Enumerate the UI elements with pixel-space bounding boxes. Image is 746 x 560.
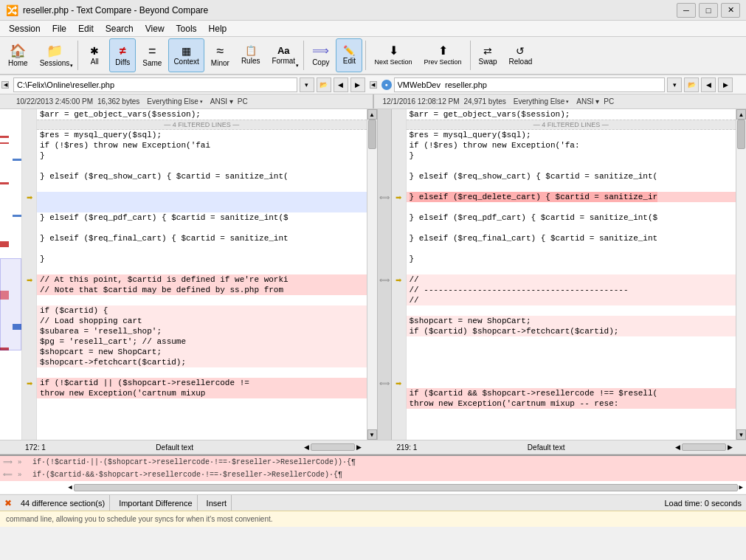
toolbar-separator-4 — [470, 41, 471, 70]
code-line-diff — [37, 192, 367, 202]
info-divider — [373, 94, 374, 108]
code-line — [37, 223, 367, 233]
right-section-dropdown[interactable]: Everything Else ▾ — [511, 96, 572, 107]
copy-button[interactable]: ⟹ Copy — [307, 38, 334, 72]
next-section-button[interactable]: ⬇ Next Section — [369, 38, 417, 72]
code-line-diff-pink: $shopcart->fetchcart($cartid); — [37, 357, 367, 367]
code-line-diff — [37, 202, 367, 212]
toolbar-separator-2 — [303, 41, 304, 70]
code-line-diff-pink: // — [407, 295, 736, 305]
code-line — [37, 367, 367, 378]
importance-label: Important Difference — [114, 495, 197, 511]
menu-bar: Session File Edit Search View Tools Help — [0, 21, 746, 37]
left-file-bar: ▾ 📂 ◀ ▶ — [10, 77, 368, 92]
code-line-diff-pink: if ($cartid) { — [37, 305, 367, 316]
edit-button[interactable]: ✏️ Edit — [336, 38, 362, 72]
left-date: 10/22/2013 2:45:00 PM — [16, 97, 93, 106]
right-code-content[interactable]: $arr = get_object_vars($session); — 4 FI… — [407, 109, 736, 440]
bottom-hscroll[interactable]: ◀ ▶ — [68, 483, 743, 491]
edit-icon: ✏️ — [343, 46, 355, 55]
all-button[interactable]: ✱ All — [81, 38, 108, 72]
right-scrollbar[interactable]: ▲ ▼ — [736, 109, 746, 440]
right-nav-forward[interactable]: ▶ — [718, 77, 733, 92]
center-divider: ⟺ ⟺ ⟺ — [377, 109, 392, 440]
menu-help[interactable]: Help — [203, 22, 233, 35]
right-folder-button[interactable]: 📂 — [684, 77, 699, 92]
minor-button[interactable]: ≈ Minor — [206, 38, 235, 72]
swap-icon: ⇄ — [483, 46, 492, 56]
right-line-ending: PC — [604, 97, 614, 106]
minor-icon: ≈ — [216, 44, 224, 58]
maximize-button[interactable]: □ — [699, 3, 718, 18]
menu-search[interactable]: Search — [100, 22, 139, 35]
title-bar: 🔀 reseller.php - Text Compare - Beyond C… — [0, 0, 746, 21]
code-line: $arr = get_object_vars($session); — [407, 109, 736, 120]
reload-icon: ↺ — [516, 46, 525, 56]
left-hscroll[interactable]: ◀ ▶ — [304, 443, 362, 451]
reload-button[interactable]: ↺ Reload — [504, 38, 538, 72]
code-line-diff-red: throw new Exception('cartnum mixup -- re… — [407, 398, 736, 409]
same-icon: = — [148, 44, 156, 58]
right-file-bar: ● ▾ 📂 ◀ ▶ — [379, 77, 736, 92]
home-icon: 🏠 — [10, 44, 26, 58]
code-line-diff-red: if ($cartid && $shopcart->resellercode !… — [407, 388, 736, 398]
menu-tools[interactable]: Tools — [170, 22, 203, 35]
left-section-dropdown[interactable]: Everything Else ▾ — [144, 96, 205, 107]
prev-section-button[interactable]: ⬆ Prev Section — [419, 38, 467, 72]
bottom-compare-line-2: ⟸ » if·($cartid·&&·$shopcart->resellerco… — [0, 469, 746, 481]
code-line-diff-pink: // -------------------------------------… — [407, 285, 736, 295]
menu-session[interactable]: Session — [3, 22, 46, 35]
right-position: 219: 1 — [397, 443, 418, 452]
same-button[interactable]: = Same — [137, 38, 167, 72]
code-line-diff-pink: if ($cartid) $shopcart->fetchcart($carti… — [407, 326, 736, 336]
code-line-diff-pink: $shopcart = new ShopCart; — [37, 347, 367, 357]
minimize-button[interactable]: ─ — [677, 3, 696, 18]
code-line — [407, 357, 736, 367]
right-browse-button[interactable]: ▾ — [667, 77, 682, 92]
left-code-content[interactable]: $arr = get_object_vars($session); — 4 FI… — [37, 109, 367, 440]
main-diff-area: ➡ ➡ ➡ $arr = get_object_vars($session); — [0, 109, 746, 440]
rules-icon: 📋 — [245, 46, 257, 55]
right-path-input[interactable] — [394, 77, 666, 92]
left-path-input[interactable] — [13, 77, 297, 92]
code-line — [407, 243, 736, 254]
left-nav-forward[interactable]: ▶ — [350, 77, 365, 92]
swap-button[interactable]: ⇄ Swap — [474, 38, 502, 72]
menu-file[interactable]: File — [46, 22, 72, 35]
right-encoding: ANSI ▾ — [576, 97, 599, 106]
code-line — [407, 336, 736, 347]
close-button[interactable]: ✕ — [721, 3, 740, 18]
sessions-button[interactable]: 📁 Sessions ▾ — [35, 38, 75, 72]
code-line — [407, 378, 736, 388]
left-folder-button[interactable]: 📂 — [317, 77, 331, 92]
code-line-diff-pink: $subarea = 'resell_shop'; — [37, 326, 367, 336]
left-browse-button[interactable]: ▾ — [300, 77, 314, 92]
right-hscroll[interactable]: ◀ ▶ — [675, 443, 733, 451]
code-line-diff-red: throw new Exception('cartnum mixup — [37, 388, 367, 398]
diff-error-icon: ✖ — [4, 498, 12, 508]
menu-view[interactable]: View — [139, 22, 170, 35]
code-line: } — [407, 254, 736, 264]
code-line: $res = mysql_query($sql); — [37, 130, 367, 140]
left-nav-back[interactable]: ◀ — [334, 77, 348, 92]
all-icon: ✱ — [90, 46, 99, 56]
vmwebdev-icon: ● — [381, 80, 392, 90]
right-nav-back[interactable]: ◀ — [701, 77, 716, 92]
right-diff-panel: ➡ ➡ ➡ $arr = get_object_vars($session); — [392, 109, 747, 440]
code-line — [407, 202, 736, 212]
insert-label: Insert — [202, 495, 232, 511]
left-info: 10/22/2013 2:45:00 PM 16,362 bytes Every… — [10, 96, 370, 107]
diffs-button[interactable]: ≠ Diffs — [109, 38, 136, 72]
advert-bar: command line, allowing you to schedule y… — [0, 511, 746, 527]
rules-button[interactable]: 📋 Rules — [236, 38, 266, 72]
format-dropdown-icon: ▾ — [296, 63, 299, 69]
left-size: 16,362 bytes — [97, 97, 139, 106]
context-button[interactable]: ▦ Context — [168, 38, 204, 72]
toolbar-separator-1 — [77, 41, 78, 70]
left-scrollbar[interactable]: ▲ ▼ — [367, 109, 377, 440]
format-button[interactable]: Aa Format ▾ — [266, 38, 300, 72]
format-icon: Aa — [277, 46, 290, 55]
menu-edit[interactable]: Edit — [72, 22, 100, 35]
home-button[interactable]: 🏠 Home — [3, 38, 33, 72]
code-line — [407, 264, 736, 274]
